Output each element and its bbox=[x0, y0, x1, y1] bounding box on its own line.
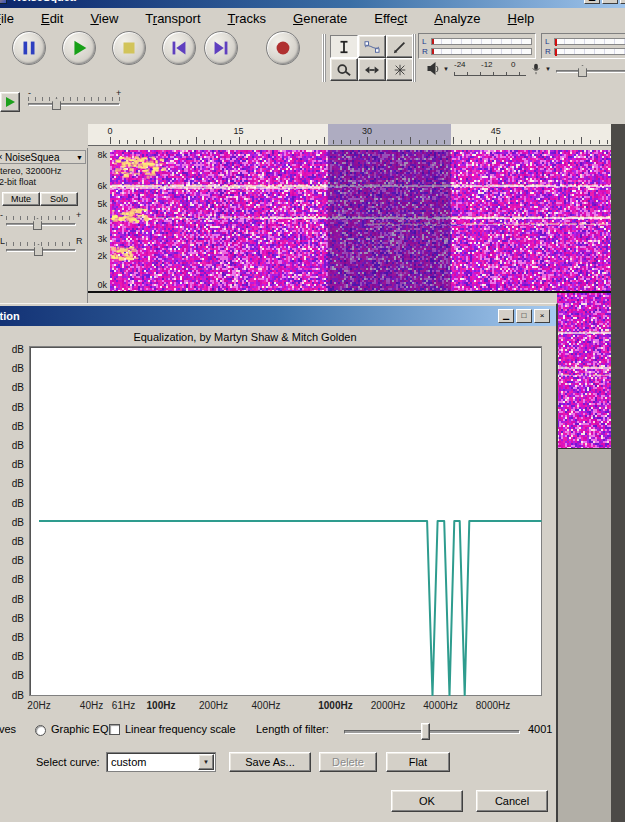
skip-to-end-button[interactable] bbox=[204, 31, 238, 65]
multi-tool-button[interactable] bbox=[386, 58, 414, 81]
dialog-titlebar[interactable]: Equalization ▁ □ × bbox=[0, 306, 556, 326]
play-button[interactable] bbox=[62, 31, 96, 65]
ruler-tick bbox=[487, 140, 488, 144]
ok-button[interactable]: OK bbox=[391, 790, 463, 812]
freq-tick-label: 5k bbox=[97, 199, 107, 209]
mute-button[interactable]: Mute bbox=[2, 192, 40, 206]
right-edge-panel bbox=[611, 124, 625, 822]
play-at-speed-button[interactable] bbox=[0, 92, 20, 112]
pause-icon bbox=[18, 37, 40, 59]
selection-tool-button[interactable] bbox=[330, 35, 358, 58]
menubar: File Edit View Transport Tracks Generate… bbox=[0, 8, 625, 28]
stop-button[interactable] bbox=[112, 31, 146, 65]
zoom-tool-button[interactable] bbox=[330, 58, 358, 81]
spectrogram-right-channel[interactable] bbox=[557, 293, 611, 448]
skip-to-end-icon bbox=[210, 37, 232, 59]
ruler-tick bbox=[273, 140, 274, 144]
linear-frequency-checkbox[interactable] bbox=[109, 724, 120, 735]
timeline-selection[interactable] bbox=[328, 124, 451, 145]
menu-file[interactable]: File bbox=[0, 11, 14, 26]
eq-y-axis-label: dB bbox=[12, 459, 24, 470]
cancel-button[interactable]: Cancel bbox=[476, 790, 548, 812]
recording-meter-left-bar[interactable] bbox=[554, 38, 625, 45]
dialog-subtitle: Equalization, by Martyn Shaw & Mitch Gol… bbox=[0, 331, 559, 343]
delete-button[interactable]: Delete bbox=[319, 752, 377, 772]
time-shift-tool-button[interactable] bbox=[358, 58, 386, 81]
ruler-tick bbox=[204, 140, 205, 144]
ruler-tick bbox=[324, 137, 325, 144]
graphic-eq-radio[interactable] bbox=[35, 725, 46, 736]
save-as-button[interactable]: Save As... bbox=[229, 752, 311, 772]
menu-view[interactable]: View bbox=[90, 11, 118, 26]
graphic-eq-label[interactable]: Graphic EQ bbox=[51, 723, 108, 735]
meter-toolbar-grip[interactable] bbox=[412, 34, 416, 82]
timeline-ruler[interactable]: 0 15 30 45 bbox=[88, 124, 611, 146]
microphone-icon[interactable] bbox=[529, 61, 543, 77]
dialog-title: Equalization bbox=[0, 310, 20, 322]
ruler-tick bbox=[547, 140, 548, 144]
eq-x-tick-label: 8000Hz bbox=[476, 700, 510, 711]
close-button[interactable]: × bbox=[620, 0, 625, 4]
selection-tool-icon bbox=[335, 40, 353, 54]
eq-y-axis-label: dB bbox=[12, 574, 24, 585]
minimize-button[interactable]: ▁ bbox=[584, 0, 600, 4]
filter-length-slider-thumb[interactable] bbox=[421, 723, 430, 740]
eq-y-axis-label: dB bbox=[12, 478, 24, 489]
speed-slider[interactable] bbox=[28, 103, 120, 106]
ruler-tick bbox=[470, 140, 471, 144]
input-volume-slider[interactable] bbox=[556, 70, 625, 73]
freq-tick-label: 3k bbox=[97, 234, 107, 244]
clip-indicator bbox=[432, 39, 434, 44]
transcription-toolbar: - + bbox=[0, 88, 212, 120]
eq-y-axis-label: dB bbox=[12, 382, 24, 393]
solo-button[interactable]: Solo bbox=[40, 192, 78, 206]
playback-meter-left-bar[interactable] bbox=[431, 38, 532, 45]
timeline-label: 15 bbox=[234, 126, 244, 136]
speaker-icon[interactable] bbox=[425, 62, 441, 76]
ruler-tick bbox=[136, 140, 137, 144]
draw-tool-button[interactable] bbox=[386, 35, 414, 58]
eq-y-axis-label: dB bbox=[12, 651, 24, 662]
menu-generate[interactable]: Generate bbox=[293, 11, 347, 26]
frequency-ruler[interactable]: 8k 6k 5k 4k 3k 2k 0k bbox=[88, 150, 110, 291]
playback-meter-right-bar[interactable] bbox=[431, 48, 532, 55]
maximize-button[interactable]: □ bbox=[602, 0, 618, 4]
pan-right-label: R bbox=[76, 236, 83, 246]
tools-toolbar-grip[interactable] bbox=[322, 34, 326, 82]
menu-edit[interactable]: Edit bbox=[41, 11, 63, 26]
dialog-maximize-button[interactable]: □ bbox=[516, 309, 532, 323]
curve-select[interactable]: custom ▼ bbox=[106, 752, 216, 772]
menu-transport[interactable]: Transport bbox=[145, 11, 200, 26]
eq-x-tick-label: 100Hz bbox=[147, 700, 176, 711]
skip-to-start-button[interactable] bbox=[162, 31, 196, 65]
menu-analyze[interactable]: Analyze bbox=[434, 11, 480, 26]
recording-meter[interactable]: L R bbox=[541, 33, 625, 59]
dialog-minimize-button[interactable]: ▁ bbox=[498, 309, 514, 323]
menu-effect[interactable]: Effect bbox=[374, 11, 407, 26]
draw-curves-label[interactable]: Draw curves bbox=[0, 723, 16, 735]
meter-right-label: R bbox=[545, 47, 554, 56]
track-menu-arrow-icon[interactable]: ▼ bbox=[76, 154, 83, 161]
ruler-tick bbox=[316, 140, 317, 144]
input-volume-slider-thumb[interactable] bbox=[578, 65, 587, 77]
menu-tracks[interactable]: Tracks bbox=[228, 11, 267, 26]
recording-meter-right-bar[interactable] bbox=[554, 48, 625, 55]
filter-length-slider[interactable] bbox=[344, 730, 520, 734]
spectrogram-left-channel[interactable] bbox=[110, 150, 611, 291]
menu-help[interactable]: Help bbox=[508, 11, 535, 26]
pause-button[interactable] bbox=[12, 31, 46, 65]
recording-meter-dropdown-icon[interactable]: ▼ bbox=[545, 66, 551, 72]
track-name-dropdown[interactable]: × NoiseSquea ▼ bbox=[0, 150, 86, 164]
playback-meter[interactable]: L R bbox=[418, 33, 536, 59]
combo-dropdown-icon[interactable]: ▼ bbox=[198, 754, 214, 770]
eq-graph[interactable] bbox=[29, 346, 542, 696]
linear-frequency-label[interactable]: Linear frequency scale bbox=[125, 723, 236, 735]
scale-ruler bbox=[454, 72, 526, 76]
record-button[interactable] bbox=[266, 31, 300, 65]
flat-button[interactable]: Flat bbox=[386, 752, 450, 772]
envelope-tool-button[interactable] bbox=[358, 35, 386, 58]
app-titlebar[interactable]: NoiseSquea ▁ □ × bbox=[0, 0, 625, 8]
ruler-tick bbox=[461, 140, 462, 144]
dialog-close-button[interactable]: × bbox=[534, 309, 550, 323]
playback-meter-dropdown-icon[interactable]: ▼ bbox=[443, 66, 449, 72]
